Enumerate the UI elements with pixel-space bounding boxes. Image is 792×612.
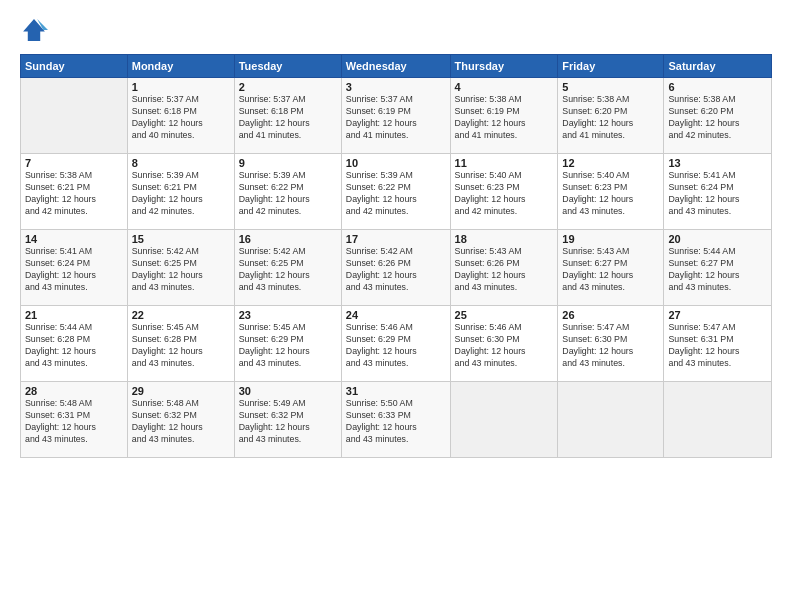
week-row-1: 1Sunrise: 5:37 AM Sunset: 6:18 PM Daylig…	[21, 78, 772, 154]
day-info: Sunrise: 5:39 AM Sunset: 6:21 PM Dayligh…	[132, 170, 230, 218]
day-number: 8	[132, 157, 230, 169]
day-number: 28	[25, 385, 123, 397]
day-cell: 3Sunrise: 5:37 AM Sunset: 6:19 PM Daylig…	[341, 78, 450, 154]
day-info: Sunrise: 5:50 AM Sunset: 6:33 PM Dayligh…	[346, 398, 446, 446]
day-cell: 18Sunrise: 5:43 AM Sunset: 6:26 PM Dayli…	[450, 230, 558, 306]
day-cell: 19Sunrise: 5:43 AM Sunset: 6:27 PM Dayli…	[558, 230, 664, 306]
week-row-3: 14Sunrise: 5:41 AM Sunset: 6:24 PM Dayli…	[21, 230, 772, 306]
day-number: 30	[239, 385, 337, 397]
day-info: Sunrise: 5:45 AM Sunset: 6:29 PM Dayligh…	[239, 322, 337, 370]
day-cell: 23Sunrise: 5:45 AM Sunset: 6:29 PM Dayli…	[234, 306, 341, 382]
day-number: 10	[346, 157, 446, 169]
calendar-body: 1Sunrise: 5:37 AM Sunset: 6:18 PM Daylig…	[21, 78, 772, 458]
day-info: Sunrise: 5:37 AM Sunset: 6:18 PM Dayligh…	[132, 94, 230, 142]
day-number: 14	[25, 233, 123, 245]
header-thursday: Thursday	[450, 55, 558, 78]
day-info: Sunrise: 5:47 AM Sunset: 6:31 PM Dayligh…	[668, 322, 767, 370]
day-info: Sunrise: 5:43 AM Sunset: 6:26 PM Dayligh…	[455, 246, 554, 294]
day-info: Sunrise: 5:39 AM Sunset: 6:22 PM Dayligh…	[239, 170, 337, 218]
day-cell	[450, 382, 558, 458]
day-number: 18	[455, 233, 554, 245]
day-info: Sunrise: 5:42 AM Sunset: 6:25 PM Dayligh…	[132, 246, 230, 294]
day-info: Sunrise: 5:43 AM Sunset: 6:27 PM Dayligh…	[562, 246, 659, 294]
day-number: 22	[132, 309, 230, 321]
day-info: Sunrise: 5:41 AM Sunset: 6:24 PM Dayligh…	[668, 170, 767, 218]
day-number: 15	[132, 233, 230, 245]
day-cell: 25Sunrise: 5:46 AM Sunset: 6:30 PM Dayli…	[450, 306, 558, 382]
day-cell: 8Sunrise: 5:39 AM Sunset: 6:21 PM Daylig…	[127, 154, 234, 230]
day-number: 17	[346, 233, 446, 245]
day-cell: 28Sunrise: 5:48 AM Sunset: 6:31 PM Dayli…	[21, 382, 128, 458]
header-row: SundayMondayTuesdayWednesdayThursdayFrid…	[21, 55, 772, 78]
day-number: 25	[455, 309, 554, 321]
day-cell: 5Sunrise: 5:38 AM Sunset: 6:20 PM Daylig…	[558, 78, 664, 154]
day-cell: 30Sunrise: 5:49 AM Sunset: 6:32 PM Dayli…	[234, 382, 341, 458]
calendar-header: SundayMondayTuesdayWednesdayThursdayFrid…	[21, 55, 772, 78]
day-number: 27	[668, 309, 767, 321]
day-number: 2	[239, 81, 337, 93]
header-tuesday: Tuesday	[234, 55, 341, 78]
day-info: Sunrise: 5:47 AM Sunset: 6:30 PM Dayligh…	[562, 322, 659, 370]
day-info: Sunrise: 5:37 AM Sunset: 6:19 PM Dayligh…	[346, 94, 446, 142]
day-number: 7	[25, 157, 123, 169]
day-cell: 14Sunrise: 5:41 AM Sunset: 6:24 PM Dayli…	[21, 230, 128, 306]
day-cell: 9Sunrise: 5:39 AM Sunset: 6:22 PM Daylig…	[234, 154, 341, 230]
day-cell: 1Sunrise: 5:37 AM Sunset: 6:18 PM Daylig…	[127, 78, 234, 154]
day-info: Sunrise: 5:38 AM Sunset: 6:20 PM Dayligh…	[562, 94, 659, 142]
day-cell: 10Sunrise: 5:39 AM Sunset: 6:22 PM Dayli…	[341, 154, 450, 230]
day-number: 13	[668, 157, 767, 169]
week-row-2: 7Sunrise: 5:38 AM Sunset: 6:21 PM Daylig…	[21, 154, 772, 230]
day-cell	[558, 382, 664, 458]
header-wednesday: Wednesday	[341, 55, 450, 78]
header-friday: Friday	[558, 55, 664, 78]
svg-marker-0	[23, 19, 45, 41]
day-info: Sunrise: 5:40 AM Sunset: 6:23 PM Dayligh…	[455, 170, 554, 218]
day-cell: 22Sunrise: 5:45 AM Sunset: 6:28 PM Dayli…	[127, 306, 234, 382]
day-cell: 26Sunrise: 5:47 AM Sunset: 6:30 PM Dayli…	[558, 306, 664, 382]
day-cell: 29Sunrise: 5:48 AM Sunset: 6:32 PM Dayli…	[127, 382, 234, 458]
day-number: 1	[132, 81, 230, 93]
day-cell: 11Sunrise: 5:40 AM Sunset: 6:23 PM Dayli…	[450, 154, 558, 230]
day-cell: 27Sunrise: 5:47 AM Sunset: 6:31 PM Dayli…	[664, 306, 772, 382]
day-info: Sunrise: 5:38 AM Sunset: 6:19 PM Dayligh…	[455, 94, 554, 142]
header-sunday: Sunday	[21, 55, 128, 78]
day-cell: 31Sunrise: 5:50 AM Sunset: 6:33 PM Dayli…	[341, 382, 450, 458]
day-info: Sunrise: 5:42 AM Sunset: 6:26 PM Dayligh…	[346, 246, 446, 294]
day-info: Sunrise: 5:42 AM Sunset: 6:25 PM Dayligh…	[239, 246, 337, 294]
header-saturday: Saturday	[664, 55, 772, 78]
day-number: 20	[668, 233, 767, 245]
page-header	[20, 16, 772, 44]
day-cell: 20Sunrise: 5:44 AM Sunset: 6:27 PM Dayli…	[664, 230, 772, 306]
week-row-5: 28Sunrise: 5:48 AM Sunset: 6:31 PM Dayli…	[21, 382, 772, 458]
day-cell: 6Sunrise: 5:38 AM Sunset: 6:20 PM Daylig…	[664, 78, 772, 154]
day-number: 19	[562, 233, 659, 245]
day-cell: 15Sunrise: 5:42 AM Sunset: 6:25 PM Dayli…	[127, 230, 234, 306]
day-cell: 13Sunrise: 5:41 AM Sunset: 6:24 PM Dayli…	[664, 154, 772, 230]
day-cell: 24Sunrise: 5:46 AM Sunset: 6:29 PM Dayli…	[341, 306, 450, 382]
day-number: 26	[562, 309, 659, 321]
week-row-4: 21Sunrise: 5:44 AM Sunset: 6:28 PM Dayli…	[21, 306, 772, 382]
day-info: Sunrise: 5:37 AM Sunset: 6:18 PM Dayligh…	[239, 94, 337, 142]
day-cell	[21, 78, 128, 154]
day-info: Sunrise: 5:41 AM Sunset: 6:24 PM Dayligh…	[25, 246, 123, 294]
day-info: Sunrise: 5:46 AM Sunset: 6:29 PM Dayligh…	[346, 322, 446, 370]
header-monday: Monday	[127, 55, 234, 78]
day-info: Sunrise: 5:45 AM Sunset: 6:28 PM Dayligh…	[132, 322, 230, 370]
day-number: 23	[239, 309, 337, 321]
day-cell: 4Sunrise: 5:38 AM Sunset: 6:19 PM Daylig…	[450, 78, 558, 154]
day-info: Sunrise: 5:46 AM Sunset: 6:30 PM Dayligh…	[455, 322, 554, 370]
day-cell: 17Sunrise: 5:42 AM Sunset: 6:26 PM Dayli…	[341, 230, 450, 306]
day-number: 12	[562, 157, 659, 169]
day-info: Sunrise: 5:44 AM Sunset: 6:28 PM Dayligh…	[25, 322, 123, 370]
day-number: 16	[239, 233, 337, 245]
day-info: Sunrise: 5:38 AM Sunset: 6:21 PM Dayligh…	[25, 170, 123, 218]
day-info: Sunrise: 5:40 AM Sunset: 6:23 PM Dayligh…	[562, 170, 659, 218]
day-number: 21	[25, 309, 123, 321]
day-number: 5	[562, 81, 659, 93]
day-info: Sunrise: 5:44 AM Sunset: 6:27 PM Dayligh…	[668, 246, 767, 294]
logo	[20, 16, 52, 44]
day-number: 3	[346, 81, 446, 93]
day-number: 31	[346, 385, 446, 397]
day-cell: 21Sunrise: 5:44 AM Sunset: 6:28 PM Dayli…	[21, 306, 128, 382]
day-cell: 2Sunrise: 5:37 AM Sunset: 6:18 PM Daylig…	[234, 78, 341, 154]
